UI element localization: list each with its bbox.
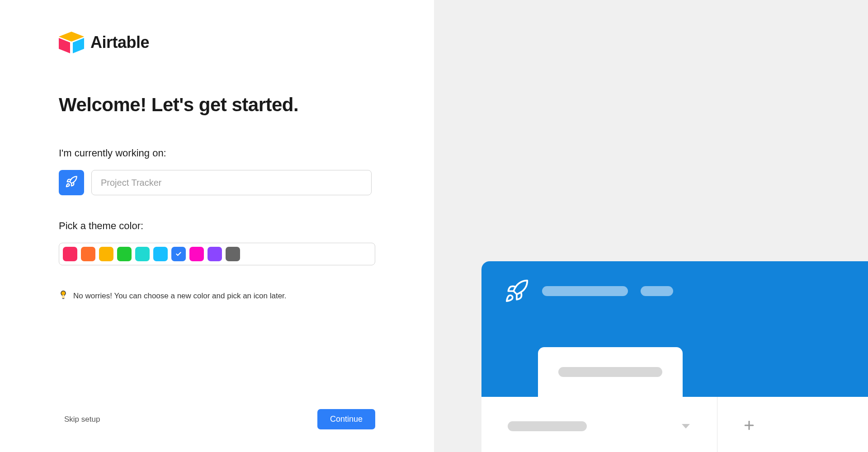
project-icon-box[interactable]	[59, 170, 84, 195]
project-name-input[interactable]	[91, 170, 372, 195]
continue-button[interactable]: Continue	[317, 409, 375, 429]
lightbulb-icon	[59, 290, 68, 301]
working-on-label: I'm currently working on:	[59, 147, 375, 159]
project-row	[59, 170, 375, 195]
tip-text: No worries! You can choose a new color a…	[73, 292, 287, 301]
preview-panel	[434, 0, 868, 452]
airtable-logo-icon	[59, 32, 84, 53]
color-swatch-teal[interactable]	[135, 247, 150, 261]
preview-tab	[538, 347, 683, 397]
rocket-icon	[65, 175, 78, 190]
color-swatch-gray[interactable]	[226, 247, 240, 261]
preview-body	[481, 397, 868, 452]
color-swatch-purple[interactable]	[208, 247, 222, 261]
color-swatch-yellow[interactable]	[99, 247, 113, 261]
footer-row: Skip setup Continue	[59, 391, 375, 429]
rocket-icon	[504, 278, 529, 304]
color-swatch-cyan[interactable]	[153, 247, 168, 261]
placeholder-pill	[542, 286, 628, 296]
color-swatch-green[interactable]	[117, 247, 132, 261]
preview-header	[481, 261, 868, 397]
placeholder-pill	[641, 286, 673, 296]
color-swatch-group	[59, 243, 375, 265]
plus-icon	[742, 419, 756, 434]
page-title: Welcome! Let's get started.	[59, 94, 375, 116]
color-swatch-blue[interactable]	[171, 247, 186, 261]
tip-row: No worries! You can choose a new color a…	[59, 290, 375, 301]
theme-color-label: Pick a theme color:	[59, 220, 375, 232]
color-swatch-red[interactable]	[63, 247, 77, 261]
color-swatch-pink[interactable]	[189, 247, 204, 261]
placeholder-pill	[508, 421, 587, 431]
brand-logo: Airtable	[59, 32, 375, 53]
chevron-down-icon	[682, 424, 690, 428]
preview-card	[481, 261, 868, 452]
color-swatch-orange[interactable]	[81, 247, 95, 261]
add-button	[717, 397, 781, 452]
skip-setup-link[interactable]: Skip setup	[64, 415, 100, 424]
onboarding-left-panel: Airtable Welcome! Let's get started. I'm…	[0, 0, 434, 452]
placeholder-pill	[558, 367, 662, 377]
brand-name: Airtable	[90, 33, 149, 52]
